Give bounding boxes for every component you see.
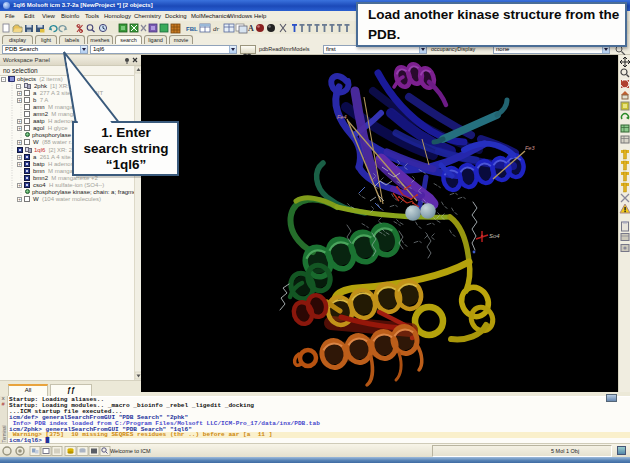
svg-text:1. Enter: 1. Enter <box>101 125 151 140</box>
svg-text:dr: dr <box>213 25 220 33</box>
svg-text:“1ql6”: “1ql6” <box>106 157 147 172</box>
svg-text:FBL: FBL <box>186 26 198 32</box>
svg-text:A: A <box>248 24 254 33</box>
svg-text:search string: search string <box>84 141 169 156</box>
